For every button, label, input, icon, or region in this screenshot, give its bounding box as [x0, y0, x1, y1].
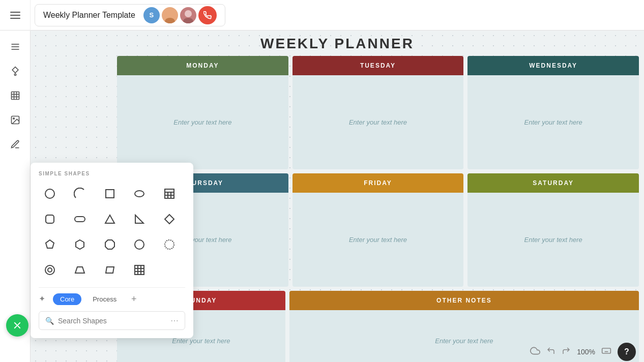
zoom-level: 100% — [577, 348, 595, 356]
grid-row-1: MONDAY Enter your text here TUESDAY Ente… — [117, 56, 639, 169]
svg-marker-7 — [12, 67, 18, 73]
shape-stadium[interactable] — [69, 208, 91, 230]
friday-body[interactable]: Enter your text here — [292, 193, 464, 287]
page-title: WEEKLY PLANNER — [260, 36, 414, 52]
svg-marker-37 — [75, 267, 84, 273]
svg-rect-39 — [135, 265, 144, 275]
svg-rect-44 — [602, 348, 611, 353]
svg-point-3 — [183, 18, 193, 23]
shapes-panel: SIMPLE SHAPES — [31, 163, 193, 338]
shape-circle[interactable] — [39, 183, 61, 205]
svg-rect-9 — [11, 92, 19, 100]
shape-arc[interactable] — [69, 183, 91, 205]
saturday-body[interactable]: Enter your text here — [467, 193, 639, 287]
keyboard-icon[interactable] — [601, 346, 611, 358]
monday-cell[interactable]: MONDAY Enter your text here — [117, 56, 288, 169]
shape-donut[interactable] — [39, 259, 61, 281]
avatar-p — [162, 7, 178, 23]
undo-icon[interactable] — [546, 346, 555, 357]
help-button[interactable]: ? — [618, 343, 636, 361]
shape-grid[interactable] — [128, 259, 151, 281]
avatar-r — [180, 7, 196, 23]
svg-rect-19 — [165, 189, 174, 198]
saturday-header: SATURDAY — [467, 173, 639, 193]
wednesday-cell[interactable]: WEDNESDAY Enter your text here — [467, 56, 639, 169]
svg-marker-26 — [105, 215, 114, 223]
wednesday-body[interactable]: Enter your text here — [467, 75, 639, 169]
shapes-grid — [39, 183, 185, 281]
tuesday-text: Enter your text here — [349, 118, 407, 126]
phone-button[interactable] — [198, 6, 217, 24]
shape-circle-outline[interactable] — [158, 233, 181, 256]
svg-rect-24 — [46, 215, 54, 223]
grid-row-2: THURSDAY Enter your text here FRIDAY Ent… — [117, 173, 639, 287]
bottom-bar: 100% ? — [522, 342, 644, 362]
svg-marker-31 — [105, 240, 114, 249]
tab-core[interactable]: Core — [53, 293, 81, 305]
search-input[interactable] — [58, 317, 166, 325]
svg-point-34 — [165, 240, 174, 249]
saturday-cell[interactable]: SATURDAY Enter your text here — [467, 173, 639, 287]
friday-text: Enter your text here — [349, 236, 407, 244]
sidebar-image-btn[interactable] — [5, 110, 25, 130]
left-sidebar — [0, 31, 31, 362]
friday-header: FRIDAY — [292, 173, 464, 193]
shape-hexagon[interactable] — [69, 233, 91, 256]
svg-marker-27 — [135, 215, 143, 223]
shapes-search[interactable]: 🔍 ⋯ — [39, 311, 185, 330]
friday-cell[interactable]: FRIDAY Enter your text here — [292, 173, 464, 287]
tuesday-header: TUESDAY — [292, 56, 464, 75]
wednesday-text: Enter your text here — [524, 118, 582, 126]
wednesday-header: WEDNESDAY — [467, 56, 639, 75]
help-label: ? — [624, 347, 629, 356]
shape-rounded-rect[interactable] — [39, 208, 61, 230]
svg-point-35 — [45, 265, 54, 275]
shapes-tabs: ✦ Core Process + — [39, 287, 185, 305]
svg-point-16 — [45, 189, 54, 198]
svg-point-15 — [13, 118, 14, 119]
shape-octagon[interactable] — [99, 233, 121, 256]
tab-add-button[interactable]: + — [128, 293, 140, 305]
sidebar-shapes-btn[interactable] — [5, 61, 25, 81]
svg-point-2 — [185, 10, 192, 17]
planner-grid: MONDAY Enter your text here TUESDAY Ente… — [117, 56, 639, 362]
search-icon: 🔍 — [45, 317, 54, 325]
avatar-s: S — [143, 7, 160, 23]
monday-body[interactable]: Enter your text here — [117, 75, 288, 169]
shape-diamond[interactable] — [158, 208, 181, 230]
svg-point-32 — [135, 240, 144, 249]
tuesday-cell[interactable]: TUESDAY Enter your text here — [292, 56, 464, 169]
shape-ellipse[interactable] — [128, 183, 151, 205]
othernotes-header: OTHER NOTES — [289, 291, 639, 310]
sidebar-frame-btn[interactable] — [5, 85, 25, 106]
shape-trapezoid[interactable] — [69, 259, 91, 281]
svg-marker-30 — [76, 240, 84, 249]
svg-point-1 — [165, 18, 175, 23]
cloud-icon[interactable] — [530, 346, 540, 358]
title-area: Weekly Planner Template S — [35, 4, 225, 26]
menu-button[interactable] — [0, 0, 31, 31]
document-title: Weekly Planner Template — [43, 11, 135, 20]
search-options-icon[interactable]: ⋯ — [170, 316, 179, 325]
add-button[interactable] — [6, 314, 28, 337]
shape-right-triangle[interactable] — [128, 208, 151, 230]
saturday-text: Enter your text here — [524, 236, 582, 244]
tuesday-body[interactable]: Enter your text here — [292, 75, 464, 169]
sidebar-menu-btn[interactable] — [5, 37, 25, 57]
sidebar-draw-btn[interactable] — [5, 134, 25, 155]
tab-star-icon[interactable]: ✦ — [39, 294, 49, 304]
shapes-section-label: SIMPLE SHAPES — [39, 171, 185, 176]
shape-12gon[interactable] — [128, 233, 151, 256]
redo-icon[interactable] — [562, 346, 571, 357]
othernotes-text: Enter your text here — [435, 337, 493, 345]
tab-process[interactable]: Process — [85, 293, 124, 305]
shape-square[interactable] — [99, 183, 121, 205]
shape-table[interactable] — [158, 183, 181, 205]
monday-header: MONDAY — [117, 56, 288, 75]
shape-triangle[interactable] — [99, 208, 121, 230]
shape-pentagon[interactable] — [39, 233, 61, 256]
svg-marker-28 — [165, 215, 174, 224]
svg-point-36 — [48, 268, 52, 272]
svg-point-0 — [166, 10, 173, 17]
shape-parallelogram[interactable] — [99, 259, 121, 281]
